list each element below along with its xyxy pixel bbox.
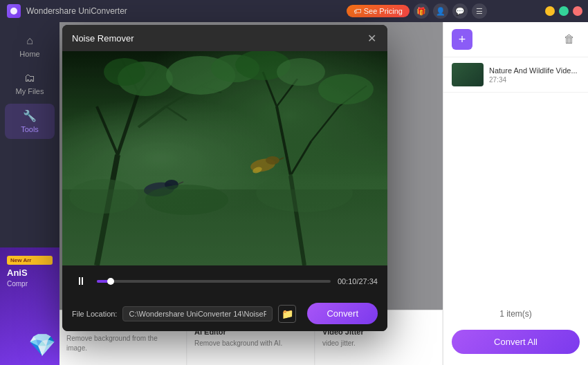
sidebar-label-tools: Tools <box>21 125 39 133</box>
window-controls <box>545 6 582 16</box>
my-files-icon: 🗂 <box>24 72 35 84</box>
modal-footer: File Location: 📁 Convert <box>62 297 387 331</box>
svg-line-8 <box>166 106 187 120</box>
add-file-icon: + <box>459 32 466 47</box>
new-arrival-subtitle: Compr <box>7 280 53 288</box>
sidebar-item-tools[interactable]: 🔧 Tools <box>5 104 55 139</box>
feature-desc-video-jitter: video jitter. <box>322 339 435 348</box>
new-arrival-title: AniS <box>7 268 53 279</box>
app-icon <box>7 4 21 18</box>
file-duration: 27:34 <box>489 76 580 84</box>
progress-handle <box>107 278 114 285</box>
maximize-button[interactable] <box>559 6 569 16</box>
svg-line-31 <box>178 182 183 184</box>
tools-icon: 🔧 <box>23 109 37 122</box>
play-pause-button[interactable]: ⏸ <box>72 272 90 290</box>
see-pricing-button[interactable]: 🏷 See Pricing <box>347 5 410 17</box>
svg-point-26 <box>266 156 279 165</box>
right-panel: + 🗑 Nature And Wildlife Vide... 27:34 1 … <box>443 22 588 365</box>
chat-button[interactable]: 💬 <box>452 3 468 19</box>
svg-point-33 <box>69 179 138 214</box>
new-arrival-icon: 💎 <box>28 332 56 358</box>
feature-desc-noise-remover: Remove background from the image. <box>66 334 179 353</box>
user-button[interactable]: 👤 <box>433 3 448 19</box>
delete-file-button[interactable]: 🗑 <box>559 29 580 50</box>
time-display: 00:10/27:34 <box>338 277 378 286</box>
app-title: Wondershare UniConverter <box>26 6 127 16</box>
sidebar-item-home[interactable]: ⌂ Home <box>5 29 55 64</box>
window-close-button[interactable] <box>573 6 582 16</box>
svg-point-23 <box>277 58 325 86</box>
svg-line-15 <box>291 141 311 176</box>
new-arrival-badge: New Arr <box>7 256 53 265</box>
file-location-label: File Location: <box>72 310 117 318</box>
trash-icon: 🗑 <box>564 33 575 46</box>
feature-desc-ai-editor: Remove background with AI. <box>194 339 307 348</box>
gift-button[interactable]: 🎁 <box>414 3 429 19</box>
pricing-label: See Pricing <box>364 7 403 15</box>
folder-icon: 📁 <box>282 308 293 319</box>
minimize-button[interactable] <box>545 6 555 16</box>
file-thumbnail <box>452 63 484 86</box>
thumbnail-image <box>452 63 484 86</box>
modal-header: Noise Remover ✕ <box>62 25 387 51</box>
svg-line-27 <box>279 158 284 160</box>
add-file-button[interactable]: + <box>452 29 472 50</box>
convert-button[interactable]: Convert <box>307 303 378 324</box>
menu-button[interactable]: ☰ <box>472 3 487 19</box>
svg-line-6 <box>138 106 166 127</box>
home-icon: ⌂ <box>26 35 33 47</box>
modal-close-button[interactable]: ✕ <box>365 32 378 44</box>
sidebar-label-home: Home <box>19 50 39 58</box>
title-bar: Wondershare UniConverter 🏷 See Pricing 🎁… <box>0 0 588 22</box>
svg-point-24 <box>318 74 374 104</box>
video-area <box>62 51 387 265</box>
svg-point-19 <box>104 58 145 86</box>
video-placeholder <box>62 51 387 265</box>
video-progress-bar[interactable] <box>97 280 331 283</box>
svg-point-34 <box>145 185 228 215</box>
file-name: Nature And Wildlife Vide... <box>489 66 580 75</box>
svg-point-35 <box>256 174 353 212</box>
file-list-item: Nature And Wildlife Vide... 27:34 <box>443 57 588 93</box>
modal-controls: ⏸ 00:10/27:34 <box>62 265 387 297</box>
convert-all-button[interactable]: Convert All <box>452 330 580 354</box>
folder-browse-button[interactable]: 📁 <box>278 305 296 323</box>
svg-line-3 <box>97 106 118 155</box>
noise-remover-modal: Noise Remover ✕ <box>62 25 387 331</box>
file-location-input[interactable] <box>122 306 273 321</box>
file-info: Nature And Wildlife Vide... 27:34 <box>489 66 580 84</box>
modal-title: Noise Remover <box>72 33 134 44</box>
right-panel-header: + 🗑 <box>443 22 588 57</box>
pricing-icon: 🏷 <box>353 7 361 15</box>
modal-overlay: Noise Remover ✕ <box>59 22 443 310</box>
svg-point-0 <box>10 8 17 15</box>
sidebar-label-my-files: My Files <box>16 87 44 95</box>
title-bar-left: Wondershare UniConverter <box>0 4 127 18</box>
svg-line-2 <box>118 93 138 155</box>
svg-line-12 <box>277 106 291 176</box>
video-overlay-svg <box>62 51 387 265</box>
new-arrival-banner[interactable]: New Arr AniS Compr 💎 <box>0 247 59 365</box>
svg-line-16 <box>311 106 339 141</box>
sidebar-item-my-files[interactable]: 🗂 My Files <box>5 66 55 101</box>
item-count: 1 item(s) <box>443 303 588 324</box>
